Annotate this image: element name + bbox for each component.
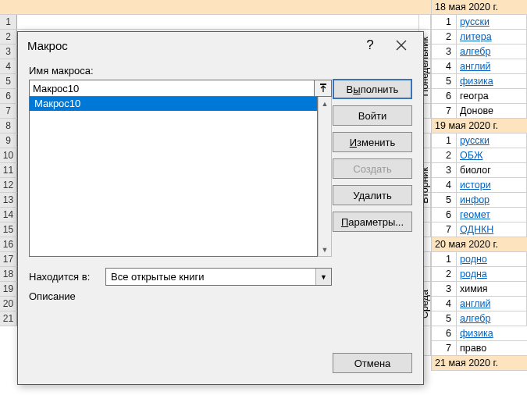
lesson-number: 4	[431, 178, 456, 193]
location-value: Все открытые книги	[111, 271, 204, 283]
close-button[interactable]	[386, 34, 417, 56]
lesson-name[interactable]: русски	[456, 133, 527, 148]
lesson-number: 2	[431, 267, 456, 282]
schedule-row: 3алгебр	[431, 44, 527, 59]
options-button[interactable]: Параметры...	[333, 212, 412, 232]
help-button[interactable]: ?	[354, 34, 386, 56]
lesson-number: 5	[431, 311, 456, 326]
lesson-number: 1	[431, 252, 456, 267]
row-header[interactable]: 11	[0, 163, 17, 177]
row-header[interactable]: 17	[0, 252, 17, 266]
lesson-name[interactable]: родно	[456, 252, 527, 267]
lesson-name[interactable]: русски	[456, 15, 527, 30]
schedule-row: 4англий	[431, 297, 527, 311]
row-header[interactable]: 15	[0, 222, 17, 237]
lesson-number: 3	[431, 163, 456, 178]
lesson-name[interactable]: ОБЖ	[456, 148, 527, 163]
row-header[interactable]: 14	[0, 208, 17, 222]
lesson-name[interactable]: англий	[456, 297, 527, 311]
day-header: 19 мая 2020 г.	[431, 119, 527, 133]
location-label: Находится в:	[29, 271, 98, 283]
day-header: 20 мая 2020 г.	[431, 237, 527, 252]
row-header[interactable]: 8	[0, 119, 17, 133]
lesson-number: 4	[431, 59, 456, 74]
lesson-name[interactable]: геомет	[456, 208, 527, 222]
schedule-row: 3биолог	[431, 163, 527, 178]
macro-listbox[interactable]: Макрос10	[29, 97, 318, 257]
listbox-scrollbar[interactable]: ▲ ▼	[318, 97, 332, 257]
location-combo[interactable]: Все открытые книги ▼	[105, 268, 332, 286]
schedule-row: 5алгебр	[431, 311, 527, 326]
row-header[interactable]: 4	[0, 59, 17, 73]
schedule-row: 1русски	[431, 133, 527, 148]
scroll-down-icon[interactable]: ▼	[319, 243, 331, 256]
schedule-row: 3химия	[431, 282, 527, 297]
lesson-number: 6	[431, 208, 456, 222]
lesson-number: 5	[431, 74, 456, 89]
schedule-row: 6геомет	[431, 208, 527, 222]
titlebar: Макрос ?	[18, 32, 423, 59]
schedule-row: 5инфор	[431, 193, 527, 208]
lesson-name[interactable]: алгебр	[456, 311, 527, 326]
lesson-name[interactable]: физика	[456, 74, 527, 89]
row-header[interactable]: 6	[0, 89, 17, 103]
lesson-number: 3	[431, 44, 456, 59]
reference-button[interactable]	[315, 80, 332, 97]
lesson-number: 7	[431, 104, 456, 119]
lesson-number: 1	[431, 133, 456, 148]
lesson-name[interactable]: физика	[456, 326, 527, 341]
lesson-name[interactable]: англий	[456, 59, 527, 74]
schedule-row: 4истори	[431, 178, 527, 193]
row-header[interactable]: 19	[0, 282, 17, 296]
macro-name-label: Имя макроса:	[29, 65, 332, 77]
schedule-row: 7ОДНКН	[431, 222, 527, 237]
row-header[interactable]: 2	[0, 30, 17, 44]
lesson-number: 2	[431, 30, 456, 44]
schedule-row: 6физика	[431, 326, 527, 341]
schedule-row: 7Донове	[431, 104, 527, 119]
row-header[interactable]: 9	[0, 133, 17, 148]
schedule-row: 2литера	[431, 30, 527, 44]
lesson-number: 1	[431, 15, 456, 30]
row-header[interactable]: 5	[0, 74, 17, 88]
lesson-number: 7	[431, 341, 456, 356]
lesson-number: 7	[431, 222, 456, 237]
svg-rect-0	[320, 84, 326, 85]
row-header[interactable]: 3	[0, 44, 17, 59]
scroll-up-icon[interactable]: ▲	[319, 97, 331, 110]
lesson-name[interactable]: ОДНКН	[456, 222, 527, 237]
description-label: Описание	[29, 290, 332, 302]
row-header[interactable]: 13	[0, 193, 17, 207]
schedule-row: 5физика	[431, 74, 527, 89]
row-header[interactable]: 21	[0, 311, 17, 326]
lesson-name: право	[456, 341, 527, 356]
lesson-name[interactable]: алгебр	[456, 44, 527, 59]
run-button[interactable]: Выполнить	[333, 79, 412, 99]
step-into-button[interactable]: Войти	[333, 105, 412, 126]
lesson-name[interactable]: инфор	[456, 193, 527, 208]
row-header[interactable]: 12	[0, 178, 17, 192]
dialog-title: Макрос	[27, 39, 354, 52]
list-item[interactable]: Макрос10	[30, 97, 317, 111]
schedule-row: 4англий	[431, 59, 527, 74]
macro-name-input[interactable]	[29, 80, 315, 97]
schedule-row: 2родна	[431, 267, 527, 282]
lesson-name: Донове	[456, 104, 527, 119]
lesson-name[interactable]: истори	[456, 178, 527, 193]
edit-button[interactable]: Изменить	[333, 132, 412, 152]
schedule-row: 2ОБЖ	[431, 148, 527, 163]
row-header[interactable]: 7	[0, 104, 17, 118]
row-header[interactable]: 20	[0, 297, 17, 311]
delete-button[interactable]: Удалить	[333, 185, 412, 205]
row-header[interactable]: 10	[0, 148, 17, 162]
row-header[interactable]: 18	[0, 267, 17, 281]
lesson-number: 3	[431, 282, 456, 297]
lesson-name[interactable]: литера	[456, 30, 527, 44]
row-header[interactable]: 16	[0, 237, 17, 251]
schedule-row: 6геогра	[431, 89, 527, 104]
lesson-name[interactable]: родна	[456, 267, 527, 282]
cancel-button[interactable]: Отмена	[333, 353, 412, 373]
row-header[interactable]: 1	[0, 15, 17, 29]
lesson-number: 4	[431, 297, 456, 311]
chevron-down-icon[interactable]: ▼	[315, 269, 331, 285]
